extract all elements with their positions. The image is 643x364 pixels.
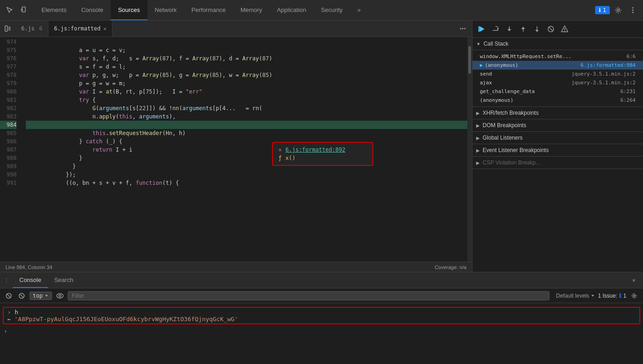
tab-more[interactable]: » [350, 0, 368, 20]
settings-icon[interactable] [612, 4, 625, 17]
tab-memory[interactable]: Memory [233, 0, 270, 20]
call-stack-item-4[interactable]: get_challenge_data 6:231 [472, 87, 643, 96]
step-over-btn[interactable] [490, 23, 501, 35]
more-tabs-icon[interactable] [457, 23, 468, 34]
console-output[interactable]: › h ← 'A8PpzwT-pyAulGqcJ156JEoEUoxuOFd6k… [0, 303, 643, 364]
more-options-icon[interactable] [626, 4, 639, 17]
filter-icon[interactable] [17, 291, 27, 301]
csp-violation-header[interactable]: ▶ CSP Violation Breakp... [472, 157, 643, 169]
svg-line-24 [549, 27, 553, 31]
step-into-btn[interactable] [504, 23, 515, 35]
close-file-tab-icon[interactable]: ✕ [103, 26, 106, 32]
console-input-line[interactable]: › [0, 326, 643, 336]
eye-icon[interactable] [55, 291, 65, 301]
vertical-scrollbar[interactable] [467, 37, 472, 262]
tab-sources[interactable]: Sources [111, 0, 147, 20]
console-drag-handle[interactable]: ⋮ [0, 277, 13, 283]
csp-violation-label: CSP Violation Breakp... [483, 159, 540, 166]
line-numbers: 974 975 976 977 978 979 980 981 982 983 … [0, 37, 22, 262]
step-btn[interactable] [531, 23, 543, 35]
call-stack-item-0[interactable]: window.XMLHttpRequest.setRe... 6:6 [472, 52, 643, 61]
dom-breakpoints-header[interactable]: ▶ DOM Breakpoints [472, 119, 643, 132]
debugger-toolbar [472, 21, 643, 38]
file-tabs-bar: 6.js 6 6.js:formatted ✕ [0, 21, 472, 37]
default-levels-btn[interactable]: Default levels [556, 293, 595, 299]
tooltip-func-name: x() [285, 155, 295, 161]
issues-badge-btn[interactable]: ℹ 1 [595, 6, 610, 14]
right-sections[interactable]: ▼ Call Stack window.XMLHttpRequest.setRe… [472, 38, 643, 272]
svg-marker-13 [480, 26, 484, 32]
xhr-fetch-breakpoints-header[interactable]: ▶ XHR/fetch Breakpoints [472, 107, 643, 119]
code-line-975: var s, f, d; s = Array(87), f = Array(87… [26, 46, 467, 54]
call-stack-item-1[interactable]: ▶ (anonymous) 6.js:formatted:984 [472, 61, 643, 70]
console-filter-input[interactable] [68, 291, 550, 300]
code-line-980: try { [26, 88, 467, 96]
console-tab-console[interactable]: Console [13, 272, 48, 288]
code-line-986: return I + i [26, 137, 467, 146]
tooltip-func-row: ƒ x() [278, 155, 367, 161]
svg-point-3 [632, 7, 634, 9]
context-selector[interactable]: top [29, 292, 52, 300]
event-listener-breakpoints-header[interactable]: ▶ Event Listener Breakpoints [472, 144, 643, 157]
tab-network[interactable]: Network [147, 0, 184, 20]
call-stack-header[interactable]: ▼ Call Stack [472, 38, 643, 50]
hover-tooltip: ✕ 6.js:formatted:892 ƒ x() [272, 142, 373, 166]
tab-nav-right [457, 23, 472, 34]
issue-icon: ℹ [619, 293, 621, 299]
nav-icons [0, 4, 34, 16]
inspect-icon[interactable] [4, 4, 16, 16]
tooltip-file-link[interactable]: 6.js:formatted:892 [285, 147, 345, 153]
svg-marker-22 [535, 30, 539, 32]
nav-tabs: Elements Console Sources Network Perform… [34, 0, 368, 20]
svg-point-2 [617, 9, 619, 12]
svg-line-31 [20, 294, 23, 297]
console-tab-right: ✕ [628, 275, 643, 286]
tab-security[interactable]: Security [313, 0, 350, 20]
resume-btn[interactable] [476, 23, 487, 35]
issues-count[interactable]: 1 Issue: ℹ 1 [598, 293, 626, 299]
file-tab-6js-formatted[interactable]: 6.js:formatted ✕ [48, 21, 112, 36]
pause-on-exceptions-btn[interactable] [559, 23, 570, 35]
nav-right: ℹ 1 [595, 4, 643, 17]
main-area: 6.js 6 6.js:formatted ✕ 974 975 976 977 [0, 21, 643, 272]
tab-application[interactable]: Application [270, 0, 314, 20]
call-stack-item-3[interactable]: ajax jquery-3.5.1.min.js:2 [472, 78, 643, 87]
console-tabs-bar: ⋮ Console Search ✕ [0, 272, 643, 288]
console-tab-search[interactable]: Search [48, 272, 80, 288]
tooltip-close-row: ✕ 6.js:formatted:892 [278, 147, 367, 153]
tab-console[interactable]: Console [74, 0, 111, 20]
global-listeners-header[interactable]: ▶ Global Listeners [472, 132, 643, 144]
device-icon[interactable] [18, 4, 30, 16]
console-settings-icon[interactable] [629, 291, 639, 301]
levels-chevron-icon [590, 294, 595, 298]
console-entry-0: › h ← 'A8PpzwT-pyAulGqcJ156JEoEUoxuOFd6k… [3, 307, 640, 324]
code-line-984: this.setRequestHeader(Hn, h) [26, 121, 467, 129]
code-line-985: } catch (_) { [26, 129, 467, 137]
clear-console-icon[interactable] [4, 291, 14, 301]
svg-point-5 [632, 12, 634, 13]
code-line-974: a = u = c = v; [26, 38, 467, 46]
call-stack-item-5[interactable]: (anonymous) 6:264 [472, 96, 643, 105]
svg-rect-14 [478, 26, 480, 32]
console-caret: › [4, 328, 7, 335]
tab-elements[interactable]: Elements [34, 0, 74, 20]
svg-marker-32 [45, 295, 48, 297]
code-editor[interactable]: 974 975 976 977 978 979 980 981 982 983 … [0, 37, 472, 262]
coverage-status: Coverage: n/a [435, 264, 466, 270]
editor-panel: 6.js 6 6.js:formatted ✕ 974 975 976 977 [0, 21, 472, 272]
deactivate-breakpoints-btn[interactable] [545, 23, 556, 35]
show-navigator-icon[interactable] [2, 23, 14, 35]
event-listener-breakpoints-label: Event Listener Breakpoints [483, 147, 549, 153]
call-stack-item-2[interactable]: send jquery-3.5.1.min.js:2 [472, 70, 643, 78]
tab-performance[interactable]: Performance [184, 0, 233, 20]
code-line-983: G(arguments[r[23]]) || (nt[s[17]] || (h … [26, 112, 467, 121]
console-output-arrow-0: ← [7, 316, 11, 323]
file-tab-6js[interactable]: 6.js 6 [16, 21, 48, 36]
svg-point-34 [59, 294, 61, 297]
svg-marker-20 [521, 27, 525, 29]
console-close-btn[interactable]: ✕ [628, 275, 639, 286]
code-line-977: var p, g, w; p = Array(85), g = Array(85… [26, 63, 467, 71]
dom-breakpoints-label: DOM Breakpoints [483, 122, 526, 129]
console-prompt-0: › [7, 309, 11, 316]
step-out-btn[interactable] [518, 23, 529, 35]
